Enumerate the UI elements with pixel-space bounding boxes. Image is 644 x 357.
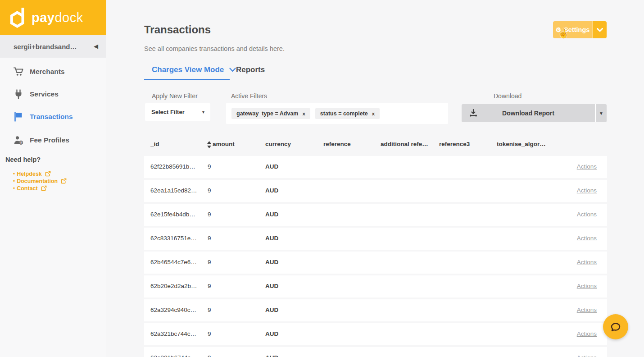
help-link-label: Helpdesk (17, 171, 42, 177)
sidebar-item-services[interactable]: Services (0, 85, 106, 104)
cell-currency: AUD (265, 283, 278, 289)
chip-label: status = complete (320, 110, 368, 117)
actions-link[interactable]: Actions (577, 163, 597, 170)
bullet-icon: • (13, 171, 15, 177)
table-row[interactable]: 62ea1a15ed82… 9 AUD Actions (144, 180, 607, 202)
user-fee-icon: $ (13, 135, 24, 146)
chip-label: gateway_type = Advam (236, 110, 298, 117)
sidebar-item-label: Merchants (30, 68, 65, 76)
tab-reports[interactable]: Reports (236, 65, 265, 74)
tab-charges-view-mode[interactable]: Charges View Mode (152, 65, 236, 74)
cell-amount: 9 (208, 187, 211, 194)
actions-link[interactable]: Actions (577, 283, 597, 289)
actions-link[interactable]: Actions (577, 187, 597, 194)
table-header: _id amount currency reference additional… (144, 139, 607, 152)
table-row[interactable]: 62f22b85691b… 9 AUD Actions (144, 156, 607, 178)
table-row[interactable]: 62a3294c940c… 9 AUD Actions (144, 299, 607, 321)
sidebar-item-transactions[interactable]: Transactions (0, 107, 106, 126)
cell-amount: 9 (208, 307, 211, 313)
help-link-helpdesk[interactable]: • Helpdesk (13, 170, 51, 177)
paydock-logo[interactable]: paydock (0, 0, 106, 35)
bullet-icon: • (13, 178, 15, 184)
page-subtitle: See all companies transactions and detai… (144, 45, 285, 52)
table-body: 62f22b85691b… 9 AUD Actions 62ea1a15ed82… (144, 156, 607, 357)
logo-text: paydock (32, 10, 83, 25)
external-link-icon (61, 178, 67, 184)
column-header-reference3[interactable]: reference3 (439, 141, 470, 147)
cell-currency: AUD (265, 163, 278, 170)
cell-currency: AUD (265, 211, 278, 218)
chip-remove-icon[interactable]: x (302, 111, 305, 116)
sort-icon[interactable] (207, 141, 211, 148)
chevron-down-icon (229, 68, 236, 72)
sidebar-collapse-icon[interactable]: ◀ (94, 43, 98, 50)
svg-text:$: $ (20, 141, 22, 145)
actions-link[interactable]: Actions (577, 211, 597, 218)
actions-link[interactable]: Actions (577, 235, 597, 242)
sidebar: paydock sergii+brandsand… ◀ Merchants (0, 0, 106, 357)
help-section: Need help? • Helpdesk • Documentation • … (0, 156, 106, 163)
select-filter-dropdown[interactable]: Select Filter ▾ (145, 103, 210, 121)
download-split-button: Download Report ▼ (462, 104, 607, 122)
download-dropdown-button[interactable]: ▼ (595, 104, 607, 122)
app-root: paydock sergii+brandsand… ◀ Merchants (0, 0, 644, 357)
help-link-contact[interactable]: • Contact (13, 185, 47, 192)
cell-amount: 9 (208, 235, 211, 242)
external-link-icon (45, 171, 51, 177)
bullet-icon: • (13, 185, 15, 192)
column-header-additional-reference[interactable]: additional refe… (381, 141, 428, 147)
cell-currency: AUD (265, 235, 278, 242)
table-row[interactable]: 62b20e2d2a2b… 9 AUD Actions (144, 275, 607, 298)
table-row[interactable]: 62c83316751e… 9 AUD Actions (144, 228, 607, 250)
column-header-id[interactable]: _id (150, 141, 159, 147)
help-title: Need help? (5, 156, 106, 163)
table-row[interactable]: 62a301b6744c… 9 AUD Actions (144, 347, 607, 357)
cell-currency: AUD (265, 354, 278, 357)
chat-widget-button[interactable] (603, 314, 628, 339)
help-link-label: Documentation (17, 178, 58, 184)
external-link-icon (41, 185, 47, 191)
download-report-button[interactable]: Download Report (462, 104, 595, 122)
cell-amount: 9 (208, 330, 211, 337)
column-header-tokenise-algorithm[interactable]: tokenise_algor… (497, 141, 546, 147)
sidebar-item-merchants[interactable]: Merchants (0, 62, 106, 81)
logo-text-bold: pay (32, 10, 54, 25)
cell-currency: AUD (265, 259, 278, 265)
column-header-amount[interactable]: amount (213, 141, 235, 147)
column-header-currency[interactable]: currency (265, 141, 291, 147)
cell-id: 62a3294c940c… (150, 307, 196, 313)
help-link-label: Contact (17, 185, 38, 192)
actions-link[interactable]: Actions (577, 307, 597, 313)
cart-icon (13, 66, 24, 77)
settings-dropdown-button[interactable] (592, 21, 607, 38)
actions-link[interactable]: Actions (577, 354, 597, 357)
table-row[interactable]: 62a321bc744c… 9 AUD Actions (144, 323, 607, 345)
account-selector[interactable]: sergii+brandsand… ◀ (0, 35, 106, 58)
cell-amount: 9 (208, 283, 211, 289)
actions-link[interactable]: Actions (577, 259, 597, 265)
sidebar-item-label: Services (30, 90, 59, 98)
cell-amount: 9 (208, 211, 211, 218)
actions-link[interactable]: Actions (577, 330, 597, 337)
tab-label: Reports (236, 65, 265, 74)
download-label: Download (494, 92, 522, 100)
chevron-down-icon (597, 28, 603, 32)
caret-down-icon: ▾ (202, 110, 204, 114)
sidebar-item-fee-profiles[interactable]: $ Fee Profiles (0, 131, 106, 150)
table-row[interactable]: 62b46544c7e6… 9 AUD Actions (144, 252, 607, 274)
cell-id: 62b46544c7e6… (150, 259, 197, 265)
cell-id: 62a321bc744c… (150, 330, 196, 337)
filter-chip-gateway-type[interactable]: gateway_type = Advam x (231, 108, 310, 119)
table-row[interactable]: 62e15fe4b4db… 9 AUD Actions (144, 204, 607, 226)
cell-id: 62f22b85691b… (150, 163, 195, 170)
plug-icon (13, 89, 24, 100)
chip-remove-icon[interactable]: x (372, 111, 375, 116)
help-link-documentation[interactable]: • Documentation (13, 178, 67, 184)
filter-chip-status[interactable]: status = complete x (315, 108, 380, 119)
select-filter-value: Select Filter (151, 109, 185, 115)
apply-filter-label: Apply New Filter (152, 92, 198, 100)
column-header-reference[interactable]: reference (323, 141, 351, 147)
cell-id: 62c83316751e… (150, 235, 197, 242)
cell-amount: 9 (208, 259, 211, 265)
cell-id: 62e15fe4b4db… (150, 211, 195, 218)
